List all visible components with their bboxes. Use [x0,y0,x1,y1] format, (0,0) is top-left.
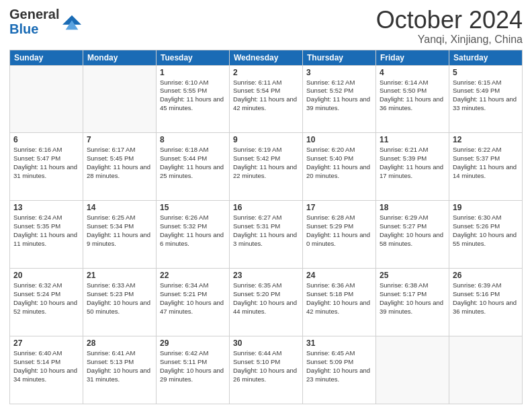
day-info: Sunrise: 6:45 AMSunset: 5:09 PMDaylight:… [306,349,372,383]
day-info: Sunrise: 6:25 AMSunset: 5:34 PMDaylight:… [87,214,152,248]
calendar-cell: 2Sunrise: 6:11 AMSunset: 5:54 PMDaylight… [230,65,303,133]
day-number: 18 [380,203,445,212]
day-info: Sunrise: 6:12 AMSunset: 5:52 PMDaylight:… [306,79,372,113]
calendar-cell [449,336,523,404]
day-number: 13 [13,203,79,212]
day-number: 6 [13,135,79,144]
day-number: 10 [306,135,372,144]
day-number: 22 [160,271,226,280]
calendar-cell: 5Sunrise: 6:15 AMSunset: 5:49 PMDaylight… [449,65,523,133]
month-title: October 2024 [376,7,523,34]
calendar-cell: 21Sunrise: 6:33 AMSunset: 5:23 PMDayligh… [83,269,157,336]
calendar-cell: 20Sunrise: 6:32 AMSunset: 5:24 PMDayligh… [10,269,83,336]
day-number: 26 [453,271,519,280]
day-number: 27 [13,338,79,348]
day-info: Sunrise: 6:41 AMSunset: 5:13 PMDaylight:… [87,349,152,383]
logo-icon [62,12,81,31]
weekday-header-wednesday: Wednesday [230,50,303,65]
day-number: 20 [13,271,79,280]
calendar-cell [376,336,449,404]
calendar-cell: 13Sunrise: 6:24 AMSunset: 5:35 PMDayligh… [10,201,83,269]
calendar-cell: 3Sunrise: 6:12 AMSunset: 5:52 PMDaylight… [303,65,376,133]
calendar-cell: 7Sunrise: 6:17 AMSunset: 5:45 PMDaylight… [83,133,157,201]
day-number: 14 [87,203,152,212]
calendar-cell: 16Sunrise: 6:27 AMSunset: 5:31 PMDayligh… [230,201,303,269]
day-number: 4 [380,68,445,77]
calendar-cell: 12Sunrise: 6:22 AMSunset: 5:37 PMDayligh… [449,133,523,201]
calendar-cell: 31Sunrise: 6:45 AMSunset: 5:09 PMDayligh… [303,336,376,404]
day-info: Sunrise: 6:16 AMSunset: 5:47 PMDaylight:… [13,146,79,180]
day-info: Sunrise: 6:22 AMSunset: 5:37 PMDaylight:… [453,146,519,180]
calendar-cell: 19Sunrise: 6:30 AMSunset: 5:26 PMDayligh… [449,201,523,269]
calendar-cell: 22Sunrise: 6:34 AMSunset: 5:21 PMDayligh… [157,269,230,336]
day-number: 7 [87,135,152,144]
calendar-cell [10,65,83,133]
weekday-header-friday: Friday [376,50,449,65]
day-info: Sunrise: 6:18 AMSunset: 5:44 PMDaylight:… [160,146,226,180]
day-info: Sunrise: 6:42 AMSunset: 5:11 PMDaylight:… [160,349,226,383]
calendar-cell: 26Sunrise: 6:39 AMSunset: 5:16 PMDayligh… [449,269,523,336]
day-number: 29 [160,338,226,348]
day-info: Sunrise: 6:44 AMSunset: 5:10 PMDaylight:… [233,349,299,383]
calendar-cell: 14Sunrise: 6:25 AMSunset: 5:34 PMDayligh… [83,201,157,269]
day-info: Sunrise: 6:30 AMSunset: 5:26 PMDaylight:… [453,214,519,248]
calendar-cell [83,65,157,133]
calendar-cell: 28Sunrise: 6:41 AMSunset: 5:13 PMDayligh… [83,336,157,404]
day-number: 3 [306,68,372,77]
calendar-table: SundayMondayTuesdayWednesdayThursdayFrid… [9,50,523,404]
day-number: 17 [306,203,372,212]
day-info: Sunrise: 6:10 AMSunset: 5:55 PMDaylight:… [160,79,226,113]
calendar-cell: 29Sunrise: 6:42 AMSunset: 5:11 PMDayligh… [157,336,230,404]
day-number: 19 [453,203,519,212]
day-number: 25 [380,271,445,280]
weekday-header-tuesday: Tuesday [157,50,230,65]
day-info: Sunrise: 6:32 AMSunset: 5:24 PMDaylight:… [13,281,79,316]
day-info: Sunrise: 6:28 AMSunset: 5:29 PMDaylight:… [306,214,372,248]
day-info: Sunrise: 6:29 AMSunset: 5:27 PMDaylight:… [380,214,445,248]
day-info: Sunrise: 6:26 AMSunset: 5:32 PMDaylight:… [160,214,226,248]
day-number: 31 [306,338,372,348]
logo-general: General [9,7,59,21]
calendar-cell: 10Sunrise: 6:20 AMSunset: 5:40 PMDayligh… [303,133,376,201]
day-info: Sunrise: 6:14 AMSunset: 5:50 PMDaylight:… [380,79,445,113]
day-info: Sunrise: 6:34 AMSunset: 5:21 PMDaylight:… [160,281,226,316]
location-title: Yanqi, Xinjiang, China [376,34,523,46]
calendar-cell: 4Sunrise: 6:14 AMSunset: 5:50 PMDaylight… [376,65,449,133]
day-number: 2 [233,68,299,77]
day-number: 23 [233,271,299,280]
day-info: Sunrise: 6:11 AMSunset: 5:54 PMDaylight:… [233,79,299,113]
calendar-cell: 9Sunrise: 6:19 AMSunset: 5:42 PMDaylight… [230,133,303,201]
calendar-cell: 23Sunrise: 6:35 AMSunset: 5:20 PMDayligh… [230,269,303,336]
calendar-cell: 15Sunrise: 6:26 AMSunset: 5:32 PMDayligh… [157,201,230,269]
day-number: 12 [453,135,519,144]
calendar-cell: 6Sunrise: 6:16 AMSunset: 5:47 PMDaylight… [10,133,83,201]
logo-blue: Blue [9,21,59,36]
day-info: Sunrise: 6:15 AMSunset: 5:49 PMDaylight:… [453,79,519,113]
day-info: Sunrise: 6:19 AMSunset: 5:42 PMDaylight:… [233,146,299,180]
day-number: 15 [160,203,226,212]
calendar-cell: 11Sunrise: 6:21 AMSunset: 5:39 PMDayligh… [376,133,449,201]
day-info: Sunrise: 6:35 AMSunset: 5:20 PMDaylight:… [233,281,299,316]
calendar-cell: 30Sunrise: 6:44 AMSunset: 5:10 PMDayligh… [230,336,303,404]
day-number: 30 [233,338,299,348]
day-info: Sunrise: 6:20 AMSunset: 5:40 PMDaylight:… [306,146,372,180]
day-number: 9 [233,135,299,144]
day-info: Sunrise: 6:33 AMSunset: 5:23 PMDaylight:… [87,281,152,316]
day-number: 24 [306,271,372,280]
day-info: Sunrise: 6:27 AMSunset: 5:31 PMDaylight:… [233,214,299,248]
calendar-cell: 25Sunrise: 6:38 AMSunset: 5:17 PMDayligh… [376,269,449,336]
day-info: Sunrise: 6:38 AMSunset: 5:17 PMDaylight:… [380,281,445,316]
title-area: October 2024 Yanqi, Xinjiang, China [376,7,523,46]
day-info: Sunrise: 6:39 AMSunset: 5:16 PMDaylight:… [453,281,519,316]
day-number: 11 [380,135,445,144]
day-info: Sunrise: 6:24 AMSunset: 5:35 PMDaylight:… [13,214,79,248]
day-info: Sunrise: 6:17 AMSunset: 5:45 PMDaylight:… [87,146,152,180]
weekday-header-saturday: Saturday [449,50,523,65]
calendar-cell: 8Sunrise: 6:18 AMSunset: 5:44 PMDaylight… [157,133,230,201]
day-number: 5 [453,68,519,77]
calendar-cell: 1Sunrise: 6:10 AMSunset: 5:55 PMDaylight… [157,65,230,133]
day-info: Sunrise: 6:36 AMSunset: 5:18 PMDaylight:… [306,281,372,316]
calendar-cell: 24Sunrise: 6:36 AMSunset: 5:18 PMDayligh… [303,269,376,336]
weekday-header-sunday: Sunday [10,50,83,65]
weekday-header-thursday: Thursday [303,50,376,65]
